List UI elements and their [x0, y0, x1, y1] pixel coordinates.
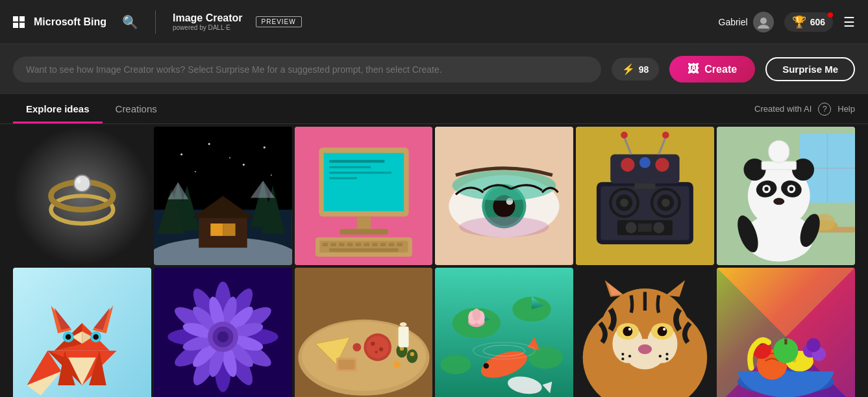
svg-point-6	[77, 178, 81, 184]
surprise-button[interactable]: Surprise Me	[765, 57, 855, 81]
help-label[interactable]: Help	[837, 104, 855, 114]
svg-rect-34	[329, 177, 357, 179]
svg-point-5	[74, 175, 91, 192]
svg-point-182	[473, 309, 481, 321]
svg-point-171	[399, 322, 406, 326]
svg-rect-48	[397, 243, 403, 246]
svg-point-169	[393, 361, 401, 368]
image-eye[interactable]	[435, 127, 573, 265]
svg-point-96	[789, 187, 793, 191]
svg-point-158	[366, 336, 388, 358]
app-info: Image Creator powered by DALL·E	[173, 12, 243, 31]
svg-point-201	[663, 327, 665, 330]
boost-count: 98	[639, 64, 649, 75]
svg-point-151	[217, 331, 229, 342]
svg-point-22	[208, 143, 210, 145]
image-robot[interactable]	[576, 127, 714, 265]
svg-point-119	[93, 334, 99, 340]
search-input-wrapper[interactable]	[13, 57, 601, 83]
search-icon[interactable]: 🔍	[122, 14, 138, 30]
svg-rect-33	[329, 172, 391, 173]
svg-rect-35	[356, 216, 370, 230]
svg-point-24	[263, 146, 265, 148]
svg-rect-222	[784, 339, 787, 344]
image-food[interactable]	[295, 268, 433, 397]
tab-creations[interactable]: Creations	[103, 94, 170, 123]
trophy-icon: 🏆	[792, 15, 806, 29]
svg-point-200	[628, 327, 631, 330]
coins-badge[interactable]: 🏆 606	[784, 12, 833, 32]
created-with-ai-label: Created with AI	[754, 104, 812, 114]
svg-point-199	[658, 326, 667, 336]
svg-point-80	[662, 131, 669, 138]
header-left: Microsoft Bing 🔍 Image Creator powered b…	[13, 10, 302, 34]
bolt-icon: ⚡	[622, 63, 635, 75]
coins-count: 606	[810, 17, 825, 27]
help-icon[interactable]: ?	[818, 103, 831, 116]
create-button[interactable]: 🖼 Create	[669, 56, 755, 83]
svg-point-25	[195, 171, 196, 172]
svg-point-75	[639, 157, 651, 168]
svg-point-168	[353, 343, 361, 352]
app-subtitle: powered by DALL·E	[173, 24, 243, 31]
svg-point-206	[666, 353, 669, 355]
svg-point-99	[773, 198, 784, 205]
windows-logo-icon	[13, 16, 25, 28]
svg-point-205	[622, 357, 625, 360]
svg-rect-32	[329, 166, 371, 168]
preview-badge: PREVIEW	[256, 16, 302, 27]
tabs-left: Explore ideas Creations	[13, 94, 170, 123]
image-fox[interactable]	[13, 268, 151, 397]
image-tiger[interactable]	[576, 268, 714, 397]
create-icon: 🖼	[688, 62, 699, 76]
svg-point-21	[180, 153, 182, 155]
svg-rect-43	[355, 243, 361, 246]
boost-badge[interactable]: ⚡ 98	[612, 58, 660, 81]
avatar[interactable]	[753, 12, 774, 32]
header-divider	[155, 10, 156, 34]
svg-point-27	[271, 174, 272, 175]
image-computer[interactable]	[295, 127, 433, 265]
image-cabin[interactable]	[154, 127, 292, 265]
svg-point-161	[375, 351, 377, 353]
header: Microsoft Bing 🔍 Image Creator powered b…	[0, 0, 868, 44]
svg-point-64	[620, 199, 628, 207]
svg-point-227	[806, 338, 820, 352]
svg-rect-101	[769, 140, 789, 162]
menu-icon[interactable]: ☰	[843, 14, 855, 30]
search-input[interactable]	[26, 64, 588, 75]
image-grid	[0, 124, 868, 397]
image-panda[interactable]	[717, 127, 855, 265]
svg-point-68	[662, 199, 670, 207]
tab-explore[interactable]: Explore ideas	[13, 94, 103, 123]
svg-point-207	[659, 355, 662, 357]
image-ring[interactable]	[13, 127, 151, 265]
svg-rect-44	[364, 243, 369, 246]
svg-rect-167	[338, 359, 355, 369]
search-area: ⚡ 98 🖼 Create Surprise Me	[0, 44, 868, 94]
svg-point-203	[622, 353, 625, 355]
svg-rect-19	[210, 224, 223, 236]
svg-rect-49	[329, 248, 398, 251]
svg-point-159	[371, 342, 375, 346]
image-fruit[interactable]	[717, 268, 855, 397]
svg-rect-172	[435, 268, 573, 397]
svg-rect-42	[347, 243, 353, 246]
svg-rect-39	[322, 243, 328, 246]
image-fish[interactable]	[435, 268, 573, 397]
svg-point-26	[229, 157, 230, 159]
svg-rect-47	[388, 243, 394, 246]
svg-rect-31	[329, 160, 384, 162]
svg-rect-20	[223, 224, 235, 236]
svg-point-78	[621, 131, 628, 138]
svg-point-76	[656, 158, 669, 172]
svg-rect-46	[380, 243, 386, 246]
user-info[interactable]: Gabriel	[719, 12, 774, 32]
svg-rect-36	[340, 229, 388, 235]
image-flower[interactable]	[154, 268, 292, 397]
svg-point-23	[243, 164, 245, 166]
user-name: Gabriel	[719, 17, 748, 27]
svg-point-165	[410, 352, 414, 356]
svg-point-74	[621, 158, 634, 172]
svg-rect-81	[635, 183, 656, 189]
